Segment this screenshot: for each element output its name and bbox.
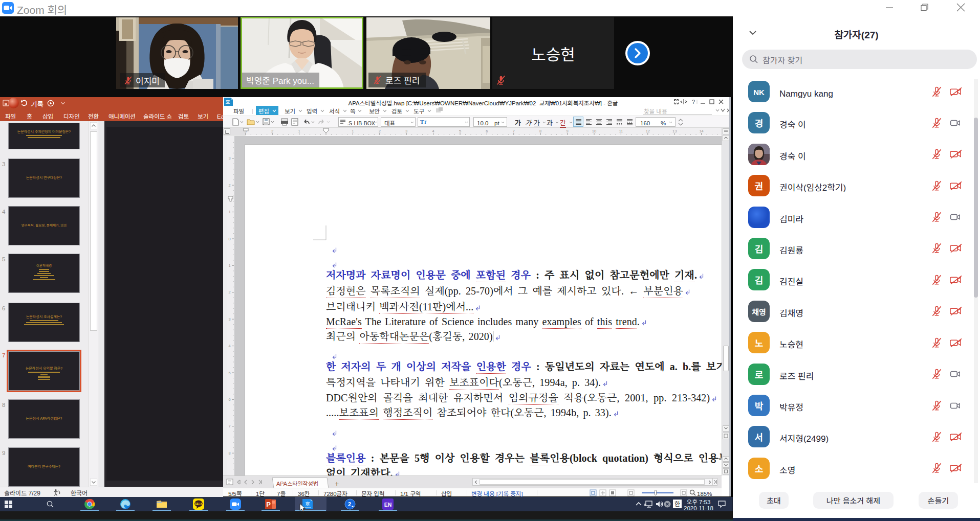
svg-text:6: 6 <box>229 397 231 402</box>
svg-text:0: 0 <box>229 237 231 241</box>
svg-text:5: 5 <box>229 371 231 375</box>
svg-text:8: 8 <box>229 451 231 456</box>
svg-text:1: 1 <box>298 129 300 133</box>
svg-text:3: 3 <box>405 129 407 133</box>
svg-text:4: 4 <box>432 129 434 133</box>
svg-text:7: 7 <box>229 424 231 428</box>
svg-text:5: 5 <box>459 129 461 133</box>
svg-text:2: 2 <box>229 183 231 188</box>
svg-text:2: 2 <box>348 501 351 507</box>
svg-text:2: 2 <box>271 129 273 133</box>
svg-text:6: 6 <box>486 129 488 133</box>
svg-text:10: 10 <box>592 129 596 133</box>
svg-text:2: 2 <box>379 129 381 133</box>
svg-text:8: 8 <box>539 129 541 133</box>
svg-text:12: 12 <box>646 129 650 133</box>
svg-text:13: 13 <box>672 129 677 133</box>
svg-text:7: 7 <box>513 129 515 133</box>
svg-text:9: 9 <box>567 129 569 133</box>
svg-text:3: 3 <box>229 156 231 161</box>
svg-text:1: 1 <box>229 210 231 214</box>
svg-text:1: 1 <box>352 129 354 133</box>
svg-text:14: 14 <box>699 129 703 133</box>
svg-text:P: P <box>266 501 271 508</box>
svg-text:1: 1 <box>229 263 231 268</box>
svg-text:11: 11 <box>619 129 623 133</box>
svg-text:?: ? <box>692 99 695 105</box>
svg-text:EN: EN <box>384 502 392 508</box>
svg-text:4: 4 <box>229 344 231 348</box>
svg-text:2: 2 <box>229 290 231 295</box>
svg-text:3: 3 <box>229 317 231 322</box>
svg-text:TALK: TALK <box>194 502 203 506</box>
